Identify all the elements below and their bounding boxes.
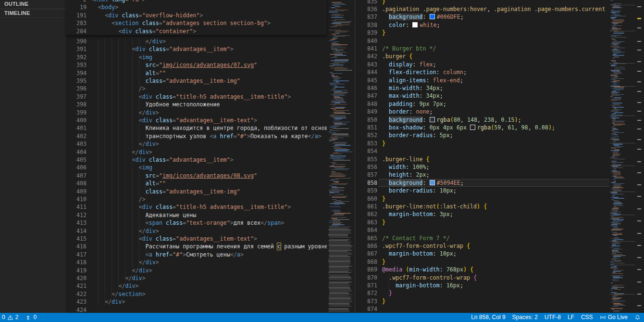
code-line-857[interactable]: 857height: 2px; (356, 171, 609, 179)
code-line-872[interactable]: 872} (356, 289, 609, 297)
code-line-400[interactable]: 400<div class="advantages__item-text"> (66, 116, 327, 124)
code-line-849[interactable]: 849border: none; (356, 108, 609, 116)
overview-ruler[interactable] (635, 0, 644, 313)
left-editor-html[interactable]: 390</div>391<div class="advantages__item… (66, 0, 354, 313)
code-line-856[interactable]: 856width: 100%; (356, 163, 609, 171)
outline-panel-header[interactable]: OUTLINE (0, 0, 66, 8)
code-line-415[interactable]: 415<div class="advantages__item-text"> (66, 235, 327, 243)
right-editor-code-area[interactable]: 835}836.pagination .page-numbers:hover, … (356, 0, 609, 313)
code-line-392[interactable]: 392<img (66, 53, 327, 61)
status-ports[interactable]: 0 (25, 313, 37, 321)
code-line-841[interactable]: 841/* Burger btn */ (356, 45, 609, 52)
status-cursor-position[interactable]: Ln 858, Col 9 (471, 313, 505, 321)
code-line-409[interactable]: 409class="advantages__item-img" (66, 188, 327, 195)
color-swatch[interactable] (430, 180, 435, 185)
code-line-845[interactable]: 845align-items: flex-end; (356, 77, 609, 84)
code-line-836[interactable]: 836.pagination .page-numbers:hover, .pag… (356, 5, 609, 13)
code-line-418[interactable]: 418</div> (66, 258, 327, 266)
code-line-866[interactable]: 866.wpcf7-form-control-wrap { (356, 242, 609, 250)
right-minimap[interactable] (609, 0, 635, 313)
code-line-410[interactable]: 410/> (66, 195, 327, 203)
color-swatch[interactable] (470, 125, 475, 130)
code-line-394[interactable]: 394alt="" (66, 69, 327, 77)
code-line-284[interactable]: 284<div class="container"> (66, 27, 327, 35)
code-line-861[interactable]: 861.burger-line:not(:last-child) { (356, 203, 609, 210)
status-problems[interactable]: 0 2 (0, 313, 18, 321)
code-line-391[interactable]: 391<div class="advantages__item"> (66, 45, 327, 53)
right-editor-css[interactable]: 835}836.pagination .page-numbers:hover, … (356, 0, 644, 313)
code-line-417[interactable]: 417<a href="#">Смотреть цены</a> (66, 251, 327, 258)
code-line-411[interactable]: 411<div class="title-h5 advantages__item… (66, 203, 327, 211)
code-line-844[interactable]: 844flex-direction: column; (356, 68, 609, 76)
status-indentation[interactable]: Spaces: 2 (512, 313, 538, 321)
code-line-840[interactable]: 840 (356, 37, 609, 45)
code-line-837[interactable]: 837background: #006DFE; (356, 13, 609, 21)
code-line-852[interactable]: 852border-radius: 5px; (356, 131, 609, 139)
code-line-402[interactable]: 402транспортных узлов <a href="#">Показа… (66, 132, 327, 140)
code-line-407[interactable]: 407src="img/icons/advantages/08.svg" (66, 172, 327, 180)
code-line-420[interactable]: 420</div> (66, 274, 327, 282)
code-line-871[interactable]: 871margin-bottom: 16px; (356, 282, 609, 289)
color-swatch[interactable] (430, 117, 435, 122)
code-line-848[interactable]: 848padding: 9px 7px; (356, 100, 609, 108)
code-line-424[interactable]: 424 (66, 306, 327, 313)
editor-split-divider[interactable] (355, 0, 355, 313)
code-line-850[interactable]: 850background: rgba(80, 148, 238, 0.15); (356, 116, 609, 124)
code-line-2[interactable]: 2<html lang="ru"> (66, 0, 327, 3)
code-line-397[interactable]: 397<div class="title-h5 advantages__item… (66, 93, 327, 101)
code-line-19[interactable]: 19<body> (66, 3, 327, 11)
code-line-401[interactable]: 401Клиника находится в центре города, по… (66, 124, 327, 132)
code-line-846[interactable]: 846min-width: 34px; (356, 84, 609, 92)
status-eol[interactable]: LF (568, 313, 574, 321)
code-line-870[interactable]: 870.wpcf7-form-control-wrap { (356, 274, 609, 282)
code-line-399[interactable]: 399</div> (66, 109, 327, 116)
code-line-864[interactable]: 864 (356, 226, 609, 234)
code-line-398[interactable]: 398Удобное местоположение (66, 101, 327, 108)
code-line-847[interactable]: 847max-width: 34px; (356, 92, 609, 100)
code-line-404[interactable]: 404</div> (66, 148, 327, 156)
code-line-868[interactable]: 868} (356, 258, 609, 266)
code-line-843[interactable]: 843display: flex; (356, 61, 609, 68)
code-line-851[interactable]: 851box-shadow: 0px 4px 6px rgba(59, 61, … (356, 124, 609, 131)
code-line-283[interactable]: 283<section class="advantages section se… (66, 19, 327, 27)
code-line-853[interactable]: 853} (356, 140, 609, 147)
status-language-mode[interactable]: CSS (581, 313, 593, 321)
code-line-873[interactable]: 873} (356, 297, 609, 305)
code-line-396[interactable]: 396/> (66, 85, 327, 92)
code-line-412[interactable]: 412Адекватные цены (66, 211, 327, 219)
code-line-867[interactable]: 867margin-bottom: 10px; (356, 250, 609, 258)
code-line-854[interactable]: 854 (356, 147, 609, 155)
code-line-390[interactable]: 390</div> (66, 38, 327, 45)
code-line-863[interactable]: 863} (356, 219, 609, 226)
code-line-403[interactable]: 403</div> (66, 140, 327, 148)
code-line-413[interactable]: 413<span class="text-orange">для всех</s… (66, 219, 327, 227)
code-line-859[interactable]: 859border-radius: 10px; (356, 187, 609, 194)
status-encoding[interactable]: UTF-8 (545, 313, 561, 321)
color-swatch[interactable] (430, 14, 435, 19)
code-line-414[interactable]: 414</div> (66, 227, 327, 235)
code-line-838[interactable]: 838color: white; (356, 21, 609, 29)
code-line-423[interactable]: 423</div> (66, 298, 327, 306)
code-line-874[interactable]: 874 (356, 305, 609, 313)
code-line-422[interactable]: 422</section> (66, 290, 327, 298)
code-line-855[interactable]: 855.burger-line { (356, 155, 609, 163)
code-line-419[interactable]: 419</div> (66, 267, 327, 274)
code-line-406[interactable]: 406<img (66, 164, 327, 171)
code-line-395[interactable]: 395class="advantages__item-img" (66, 77, 327, 85)
code-line-393[interactable]: 393src="img/icons/advantages/07.svg" (66, 61, 327, 69)
code-line-869[interactable]: 869@media (min-width: 768px) { (356, 266, 609, 273)
code-line-862[interactable]: 862margin-bottom: 3px; (356, 210, 609, 218)
code-line-858[interactable]: 858background: #5094EE; (356, 179, 609, 187)
status-notifications[interactable] (634, 314, 641, 321)
code-line-842[interactable]: 842.burger { (356, 52, 609, 60)
code-line-408[interactable]: 408alt="" (66, 180, 327, 187)
code-line-865[interactable]: 865/* Contact Form 7 */ (356, 234, 609, 242)
code-line-835[interactable]: 835} (356, 0, 609, 5)
left-minimap[interactable] (328, 0, 354, 313)
timeline-panel-header[interactable]: TIMELINE (0, 9, 66, 18)
code-line-839[interactable]: 839} (356, 29, 609, 37)
code-line-191[interactable]: 191<div class="overflow-hidden"> (66, 12, 327, 19)
status-go-live[interactable]: Go Live (600, 313, 628, 321)
code-line-421[interactable]: 421</div> (66, 282, 327, 290)
left-editor-code-area[interactable]: 390</div>391<div class="advantages__item… (66, 0, 327, 313)
